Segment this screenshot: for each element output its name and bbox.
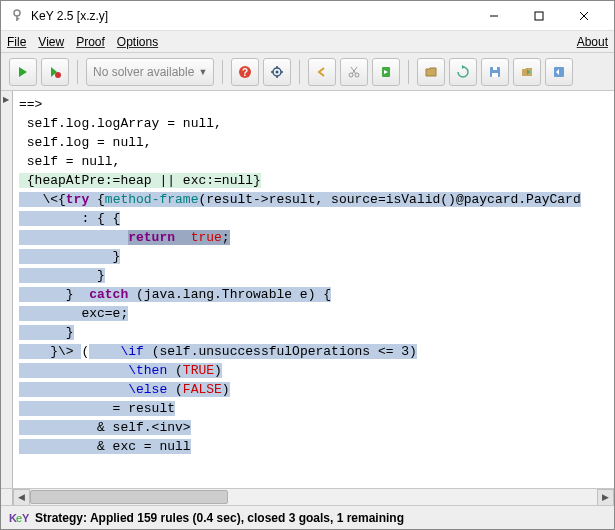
code-line: } — [19, 266, 614, 285]
horizontal-scrollbar[interactable]: ◀ ▶ — [1, 488, 614, 505]
open-button[interactable] — [417, 58, 445, 86]
svg-text:?: ? — [242, 67, 248, 78]
code-line: {heapAtPre:=heap || exc:=null} — [19, 171, 614, 190]
svg-rect-27 — [493, 67, 497, 70]
scroll-right-button[interactable]: ▶ — [597, 489, 614, 506]
code-line: \else (FALSE) — [19, 380, 614, 399]
scroll-thumb[interactable] — [30, 490, 228, 504]
code-line: self.log.logArray = null, — [19, 114, 614, 133]
export-button[interactable] — [513, 58, 541, 86]
menu-file[interactable]: File — [7, 35, 26, 49]
code-line: \<{try {method-frame(result->result, sou… — [19, 190, 614, 209]
svg-rect-4 — [535, 12, 543, 20]
menu-view[interactable]: View — [38, 35, 64, 49]
solver-dropdown[interactable]: No solver available ▼ — [86, 58, 214, 86]
svg-rect-2 — [16, 18, 19, 19]
import-button[interactable] — [545, 58, 573, 86]
code-line: } catch (java.lang.Throwable e) { — [19, 285, 614, 304]
play-button[interactable] — [9, 58, 37, 86]
code-scroll[interactable]: ==> self.log.logArray = null, self.log =… — [13, 91, 614, 488]
maximize-button[interactable] — [516, 2, 561, 30]
solver-label: No solver available — [93, 65, 194, 79]
menu-proof[interactable]: Proof — [76, 35, 105, 49]
svg-marker-7 — [19, 67, 27, 77]
code-line: = result — [19, 399, 614, 418]
code-line: \then (TRUE) — [19, 361, 614, 380]
reload-button[interactable] — [449, 58, 477, 86]
window-title: KeY 2.5 [x.z.y] — [31, 9, 471, 23]
toolbar: No solver available ▼ ? — [1, 53, 614, 91]
close-button[interactable] — [561, 2, 606, 30]
code-line: exc=e; — [19, 304, 614, 323]
status-text: Strategy: Applied 159 rules (0.4 sec), c… — [35, 511, 404, 525]
scroll-left-button[interactable]: ◀ — [13, 489, 30, 506]
editor-area: ▶ ==> self.log.logArray = null, self.log… — [1, 91, 614, 488]
code-line: return true; — [19, 228, 614, 247]
code-line: } — [19, 247, 614, 266]
svg-point-9 — [55, 72, 61, 78]
svg-text:Y: Y — [22, 512, 29, 524]
code-line: ==> — [19, 95, 614, 114]
code-line: : { { — [19, 209, 614, 228]
statusbar: KeY Strategy: Applied 159 rules (0.4 sec… — [1, 505, 614, 529]
menubar: File View Proof Options About — [1, 31, 614, 53]
menu-options[interactable]: Options — [117, 35, 158, 49]
window-controls — [471, 2, 606, 30]
stop-button[interactable] — [41, 58, 69, 86]
minimize-button[interactable] — [471, 2, 516, 30]
chevron-down-icon: ▼ — [198, 67, 207, 77]
gutter-arrow-icon: ▶ — [3, 95, 9, 104]
goal-back-button[interactable] — [372, 58, 400, 86]
undo-button[interactable] — [308, 58, 336, 86]
code-line: }\> ( \if (self.unsuccessfulOperations <… — [19, 342, 614, 361]
titlebar: KeY 2.5 [x.z.y] — [1, 1, 614, 31]
menu-about[interactable]: About — [577, 35, 608, 49]
code-content[interactable]: ==> self.log.logArray = null, self.log =… — [13, 91, 614, 460]
svg-marker-24 — [462, 65, 465, 69]
code-line: & self.<inv> — [19, 418, 614, 437]
help-button[interactable]: ? — [231, 58, 259, 86]
cut-button[interactable] — [340, 58, 368, 86]
svg-rect-26 — [492, 73, 498, 77]
svg-point-13 — [276, 70, 279, 73]
app-icon — [9, 8, 25, 24]
code-line: self = null, — [19, 152, 614, 171]
code-line: self.log = null, — [19, 133, 614, 152]
save-button[interactable] — [481, 58, 509, 86]
gutter[interactable]: ▶ — [1, 91, 13, 488]
settings-button[interactable] — [263, 58, 291, 86]
key-logo-icon: KeY — [9, 510, 29, 526]
scroll-track[interactable] — [30, 489, 597, 506]
code-line: } — [19, 323, 614, 342]
code-line: & exc = null — [19, 437, 614, 456]
